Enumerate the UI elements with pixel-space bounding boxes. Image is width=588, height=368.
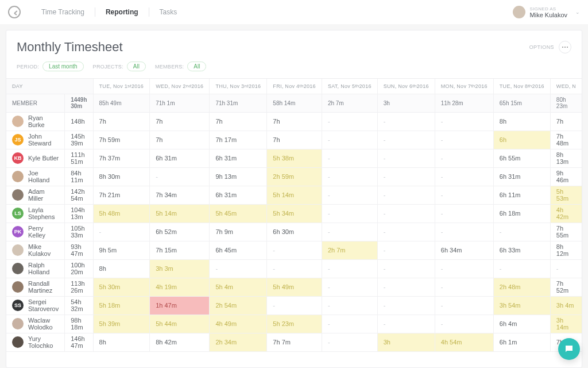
time-cell[interactable]: 9h 5m	[93, 241, 150, 259]
time-cell[interactable]: -	[435, 149, 493, 167]
time-cell[interactable]: 7h	[150, 112, 210, 131]
time-cell[interactable]: -	[435, 167, 493, 186]
time-cell[interactable]: 7h 15m	[150, 241, 210, 259]
time-cell[interactable]: -	[377, 149, 435, 167]
filter-pill[interactable]: All	[127, 62, 146, 71]
member-cell[interactable]: Joe Holland	[6, 168, 64, 186]
date-header[interactable]: SUN, Nov 6th 2016	[378, 79, 435, 94]
time-cell[interactable]: 2h 54m	[210, 296, 267, 315]
member-cell[interactable]: Yury Tolochko	[6, 334, 64, 351]
time-cell[interactable]: -	[322, 333, 377, 351]
time-cell[interactable]: 7h 17m	[210, 131, 267, 149]
time-cell[interactable]: 6h	[493, 131, 550, 149]
time-cell[interactable]: -	[322, 186, 377, 204]
date-header[interactable]: SAT, Nov 5th 2016	[322, 79, 377, 94]
filter-pill[interactable]: Last month	[42, 62, 83, 71]
time-cell[interactable]: 8h 30m	[93, 167, 150, 186]
time-cell[interactable]: 7h 37m	[93, 149, 150, 167]
time-cell[interactable]: 7h	[267, 112, 322, 131]
time-cell[interactable]: 5h 23m	[267, 315, 322, 333]
time-cell[interactable]: 6h 31m	[210, 186, 267, 204]
time-cell[interactable]: 6h 30m	[267, 223, 322, 241]
time-cell[interactable]: 6h 52m	[150, 223, 210, 241]
time-cell[interactable]: 5h 48m	[93, 204, 150, 223]
time-cell[interactable]: 7h	[93, 112, 150, 131]
time-cell[interactable]: -	[322, 278, 377, 296]
member-cell[interactable]: JSJohn Steward	[6, 131, 64, 149]
time-cell[interactable]: -	[377, 315, 435, 333]
time-cell[interactable]: -	[322, 259, 377, 278]
time-cell[interactable]: -	[377, 204, 435, 223]
time-cell[interactable]: 5h 44m	[150, 315, 210, 333]
time-cell[interactable]: 8h 42m	[150, 333, 210, 351]
time-cell[interactable]: 8h 12m	[550, 241, 582, 259]
member-cell[interactable]: Adam Miller	[6, 186, 64, 204]
time-cell[interactable]: -	[377, 259, 435, 278]
time-cell[interactable]: -	[435, 223, 493, 241]
time-cell[interactable]: -	[493, 223, 550, 241]
time-cell[interactable]: 6h 31m	[210, 149, 267, 167]
time-cell[interactable]: -	[322, 149, 377, 167]
time-cell[interactable]: -	[150, 167, 210, 186]
time-cell[interactable]: 5h 53m	[550, 186, 582, 204]
time-cell[interactable]: -	[377, 278, 435, 296]
time-cell[interactable]: -	[322, 112, 377, 131]
time-cell[interactable]: 2h 34m	[210, 333, 267, 351]
filter-pill[interactable]: All	[187, 62, 206, 71]
member-cell[interactable]: SSSergei Staroverov	[6, 297, 64, 315]
time-cell[interactable]: 7h	[210, 112, 267, 131]
time-cell[interactable]: 6h 1m	[493, 333, 550, 351]
time-cell[interactable]: 6h 45m	[210, 241, 267, 259]
time-cell[interactable]: 6h 18m	[493, 204, 550, 223]
time-cell[interactable]: 7h 7m	[267, 333, 322, 351]
time-cell[interactable]: 6h 4m	[493, 315, 550, 333]
member-cell[interactable]: Ryan Burke	[6, 113, 64, 131]
time-cell[interactable]: 5h 38m	[267, 149, 322, 167]
time-cell[interactable]: 8h	[93, 333, 150, 351]
time-cell[interactable]: 8h	[493, 112, 550, 131]
time-cell[interactable]: 2h 7m	[322, 241, 377, 259]
time-cell[interactable]: 7h 48m	[550, 131, 582, 149]
time-cell[interactable]: 4h 19m	[150, 278, 210, 296]
nav-reporting[interactable]: Reporting	[95, 8, 149, 16]
time-cell[interactable]: 5h 4m	[210, 278, 267, 296]
time-cell[interactable]: 6h 34m	[435, 241, 493, 259]
date-header[interactable]: WED, Nov 2nd 2016	[150, 79, 209, 94]
time-cell[interactable]: 4h 49m	[210, 315, 267, 333]
time-cell[interactable]: 3h 54m	[493, 296, 550, 315]
time-cell[interactable]: 3h	[377, 333, 435, 351]
time-cell[interactable]: 3h 3m	[150, 259, 210, 278]
time-cell[interactable]: 8h	[93, 259, 150, 278]
time-cell[interactable]: -	[435, 186, 493, 204]
time-cell[interactable]: 5h 45m	[210, 204, 267, 223]
time-cell[interactable]: 7h	[550, 112, 582, 131]
time-cell[interactable]: 5h 34m	[267, 204, 322, 223]
nav-tasks[interactable]: Tasks	[149, 8, 188, 16]
time-cell[interactable]: 5h 49m	[267, 278, 322, 296]
time-cell[interactable]: -	[377, 241, 435, 259]
time-cell[interactable]: 9h 46m	[550, 167, 582, 186]
member-cell[interactable]: Mike Kulakov	[6, 241, 64, 259]
time-cell[interactable]: 5h 39m	[93, 315, 150, 333]
time-cell[interactable]: -	[435, 204, 493, 223]
time-cell[interactable]: 6h 11m	[493, 186, 550, 204]
options-button[interactable]: OPTIONS	[529, 41, 571, 53]
time-cell[interactable]: -	[322, 167, 377, 186]
time-cell[interactable]: -	[322, 204, 377, 223]
date-header[interactable]: WED, N	[551, 79, 582, 94]
time-cell[interactable]: 7h	[150, 131, 210, 149]
time-cell[interactable]: 7h 59m	[93, 131, 150, 149]
time-cell[interactable]: 4h 54m	[435, 333, 493, 351]
date-header[interactable]: TUE, Nov 1st 2016	[94, 79, 150, 94]
time-cell[interactable]: 6h 31m	[150, 149, 210, 167]
time-cell[interactable]: -	[267, 241, 322, 259]
time-cell[interactable]: -	[435, 278, 493, 296]
date-header[interactable]: FRI, Nov 4th 2016	[267, 79, 322, 94]
date-header[interactable]: MON, Nov 7th 2016	[435, 79, 493, 94]
time-cell[interactable]: -	[435, 315, 493, 333]
time-cell[interactable]: -	[435, 259, 493, 278]
member-cell[interactable]: KBKyle Butler	[6, 150, 64, 167]
chat-launcher[interactable]	[558, 338, 580, 360]
time-cell[interactable]: 7h 34m	[150, 186, 210, 204]
time-cell[interactable]: -	[377, 223, 435, 241]
